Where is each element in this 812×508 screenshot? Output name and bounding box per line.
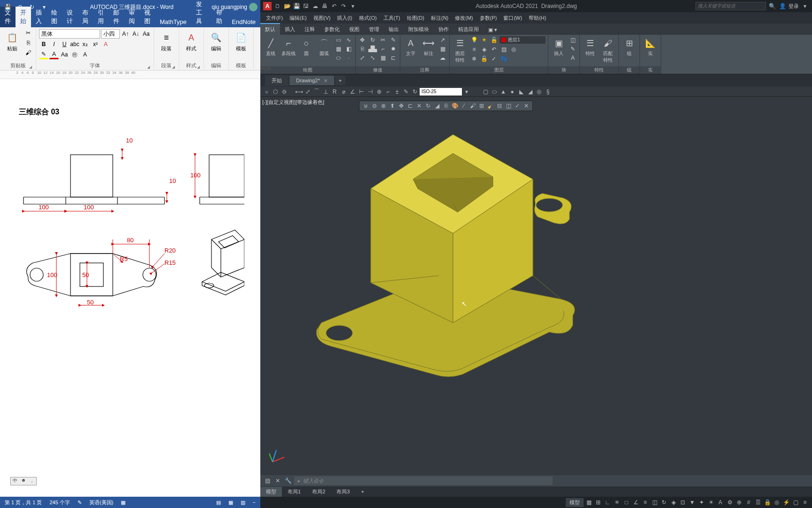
osnap-icon[interactable]: □ [622, 498, 631, 507]
anno-monitor-icon[interactable]: ⊕ [735, 498, 743, 507]
styles-button[interactable]: A 样式 [182, 28, 201, 52]
layer-panel-label[interactable]: 图层 [450, 66, 548, 74]
create-block-icon[interactable]: ◫ [568, 36, 578, 44]
enclose-icon[interactable]: ㊕ [70, 50, 79, 59]
rtab-output[interactable]: 输出 [384, 24, 404, 35]
layer-match-icon[interactable]: ≡ [469, 45, 479, 54]
wedge-icon[interactable]: ◢ [526, 87, 534, 96]
check-icon[interactable]: ✓ [513, 102, 522, 110]
tab-layout[interactable]: 布局 [78, 7, 93, 27]
color-edge-icon[interactable]: 🖌 [468, 102, 477, 110]
layout-add-button[interactable]: + [355, 487, 369, 496]
new-tab-button[interactable]: + [335, 76, 345, 85]
separate-icon[interactable]: ⊟ [495, 102, 504, 110]
erase-icon[interactable]: ✎ [389, 36, 398, 44]
circle-button[interactable]: ○圆 [298, 36, 315, 57]
move-icon[interactable]: ✥ [358, 36, 367, 44]
copy-edge-icon[interactable]: ∕ [460, 102, 468, 110]
layout-2[interactable]: 布局2 [306, 487, 331, 497]
menu-window[interactable]: 窗口(W) [500, 14, 525, 23]
font-color-icon[interactable]: A [49, 50, 59, 59]
new-icon[interactable]: 🗋 [273, 2, 282, 10]
layout-model[interactable]: 模型 [260, 487, 282, 497]
open-icon[interactable]: 📂 [283, 2, 291, 10]
array-icon[interactable]: ▦ [378, 54, 388, 62]
menu-edit[interactable]: 编辑(E) [287, 14, 310, 23]
subscript-button[interactable]: x₂ [80, 40, 90, 49]
web-layout-icon[interactable]: ▥ [241, 500, 245, 506]
torus-icon[interactable]: ◎ [535, 87, 543, 96]
rtab-manage[interactable]: 管理 [364, 24, 384, 35]
solid-edit-toolbar[interactable]: ⊎ ⊖ ⊗ ⬆ ✥ ⊏ ✕ ↻ ◢ ⎘ 🎨 ∕ 🖌 ⊞ 🧹 ⊟ ◫ ✓ ✕ [359, 101, 533, 111]
tab-mailings[interactable]: 邮件 [109, 7, 124, 27]
shrink-font-icon[interactable]: A↓ [131, 29, 141, 39]
quick-props-icon[interactable]: ☰ [754, 498, 762, 507]
menu-modify[interactable]: 修改(M) [452, 14, 476, 23]
cylinder-icon[interactable]: ⬭ [490, 87, 499, 96]
menu-view[interactable]: 视图(V) [311, 14, 334, 23]
cmd-close-icon[interactable]: ✕ [273, 476, 282, 485]
rtab-express[interactable]: 精选应用 [453, 24, 484, 35]
continue-dim-icon[interactable]: ⊣ [366, 87, 375, 96]
layer-state-icon[interactable]: ▤ [499, 45, 508, 54]
layer-select[interactable]: 图层1 [499, 36, 546, 44]
layer-unlock-icon[interactable]: 🔓 [479, 55, 489, 63]
layer-prev-icon[interactable]: ↶ [489, 45, 499, 54]
leader-icon[interactable]: ↗ [438, 36, 447, 44]
tab-review[interactable]: 审阅 [124, 7, 140, 27]
menu-dimension[interactable]: 标注(N) [428, 14, 451, 23]
workspace-icon[interactable]: ⚙ [726, 498, 734, 507]
center-dim-icon[interactable]: ⊕ [375, 87, 383, 96]
command-input[interactable]: ▸ 键入命令 [294, 476, 553, 485]
baseline-dim-icon[interactable]: ⊢ [357, 87, 366, 96]
arc-dim-icon[interactable]: ⌒ [312, 87, 321, 96]
language-status[interactable]: 英语(美国) [89, 499, 113, 506]
qat-more-icon[interactable]: ▾ [349, 2, 357, 10]
italic-button[interactable]: I [49, 40, 59, 49]
search-icon[interactable]: 🔍 [768, 2, 776, 10]
explode-icon[interactable]: ✸ [389, 45, 398, 53]
template-button[interactable]: 📄 模板 [232, 28, 250, 52]
dimension-button[interactable]: ⟷标注 [420, 36, 437, 57]
menu-param[interactable]: 参数(P) [477, 14, 500, 23]
subtract-icon[interactable]: ⊖ [370, 102, 379, 110]
isolate-icon[interactable]: ◎ [773, 498, 781, 507]
clean-icon[interactable]: 🧹 [486, 102, 495, 110]
rtab-param[interactable]: 参数化 [320, 24, 344, 35]
tab-references[interactable]: 引用 [93, 7, 109, 27]
copy-icon[interactable]: ⎘ [23, 38, 33, 48]
rotate-face-icon[interactable]: ↻ [424, 102, 432, 110]
polyline-button[interactable]: ⌐多段线 [280, 36, 297, 57]
web-icon[interactable]: ☁ [311, 2, 320, 10]
rotate-icon[interactable]: ↻ [368, 36, 377, 44]
bold-button[interactable]: B [39, 40, 48, 49]
font-size-select[interactable]: 小四 [101, 29, 120, 39]
table-icon[interactable]: ▦ [438, 45, 447, 53]
char-shading-icon[interactable]: Aa [60, 50, 69, 59]
layer-iso-icon[interactable]: ◈ [479, 45, 489, 54]
layer-props-button[interactable]: ☰图层 特性 [452, 36, 468, 64]
layer-on-icon[interactable]: 💡 [469, 36, 479, 44]
ordinate-dim-icon[interactable]: ⊥ [321, 87, 330, 96]
otrack-icon[interactable]: ∠ [632, 498, 640, 507]
stretch-icon[interactable]: ⤢ [358, 54, 367, 62]
3dosnap-icon[interactable]: ◈ [669, 498, 678, 507]
cut-icon[interactable]: ✂ [23, 28, 33, 38]
expand-icon[interactable]: ◢ [147, 65, 150, 69]
model-space-button[interactable]: 模型 [566, 498, 584, 507]
file-tab-start[interactable]: 开始 [265, 75, 289, 86]
spline-icon[interactable]: ∿ [344, 36, 353, 44]
cloud-icon[interactable]: ☁ [438, 54, 447, 62]
format-painter-icon[interactable]: 🖌 [23, 48, 33, 57]
dim-update-icon[interactable]: ↻ [411, 87, 419, 96]
layer-cur-icon[interactable]: ✓ [489, 55, 499, 63]
plot-icon[interactable]: 🖶 [320, 2, 329, 10]
modify-panel-label[interactable]: 修改 [356, 66, 400, 74]
filter-icon[interactable]: ▼ [688, 498, 696, 507]
lock-ui-icon[interactable]: 🔒 [763, 498, 772, 507]
aligned-dim-icon[interactable]: ⤢ [304, 87, 312, 96]
union-icon[interactable]: ⊎ [361, 102, 370, 110]
tool-icon[interactable]: ⊖ [280, 87, 289, 96]
font-name-select[interactable]: 黑体 [39, 29, 100, 39]
diameter-dim-icon[interactable]: ⌀ [339, 87, 348, 96]
